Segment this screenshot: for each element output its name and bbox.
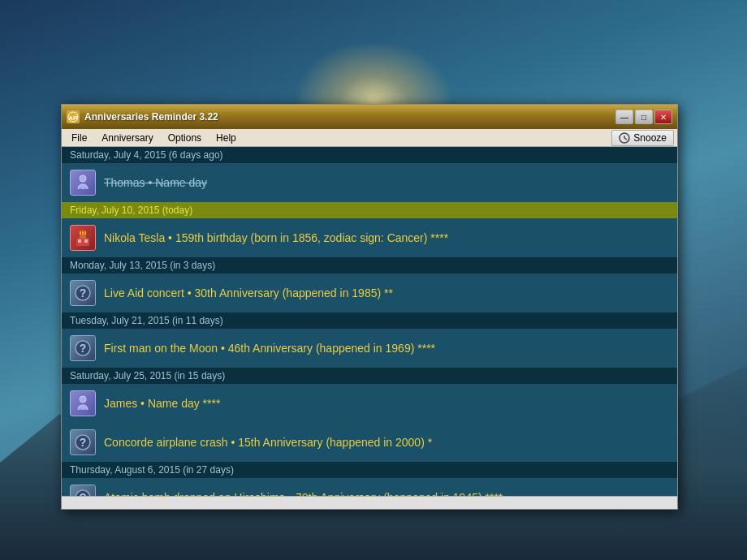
snooze-button[interactable]: Snooze	[611, 130, 674, 146]
title-bar: AR Anniversaries Reminder 3.22 — □ ✕	[62, 105, 677, 129]
event-row[interactable]: ? Concorde airplane crash • 15th Anniver…	[62, 423, 677, 462]
svg-point-20	[80, 396, 86, 403]
date-header-1: Friday, July 10, 2015 (today)	[62, 202, 677, 218]
event-row[interactable]: ? Atomic bomb dropped on Hiroshima • 70t…	[62, 478, 677, 496]
date-header-3: Tuesday, July 21, 2015 (in 11 days)	[62, 312, 677, 329]
snooze-label: Snooze	[633, 132, 667, 144]
svg-text:?: ?	[80, 436, 87, 449]
main-window: AR Anniversaries Reminder 3.22 — □ ✕ Fil…	[61, 104, 678, 510]
event-text: James • Name day ****	[104, 397, 220, 410]
event-row[interactable]: ? First man on the Moon • 46th Anniversa…	[62, 329, 677, 368]
svg-text:?: ?	[80, 286, 87, 299]
svg-point-5	[80, 175, 86, 182]
svg-rect-9	[80, 235, 86, 239]
event-row[interactable]: ? Live Aid concert • 30th Anniversary (h…	[62, 274, 677, 312]
event-text: First man on the Moon • 46th Anniversary…	[104, 342, 435, 355]
app-icon: AR	[67, 110, 80, 123]
date-header-4: Saturday, July 25, 2015 (in 15 days)	[62, 368, 677, 384]
h-scroll-track	[62, 497, 677, 509]
menu-bar: File Anniversary Options Help Snooze	[62, 129, 677, 147]
close-button[interactable]: ✕	[654, 110, 672, 124]
svg-point-13	[80, 231, 81, 233]
menu-help[interactable]: Help	[209, 131, 243, 145]
window-title: Anniversaries Reminder 3.22	[84, 111, 615, 123]
maximize-button[interactable]: □	[635, 110, 653, 124]
date-header-2: Monday, July 13, 2015 (in 3 days)	[62, 257, 677, 274]
svg-rect-8	[84, 239, 88, 243]
event-text: Thomas • Name day	[104, 176, 207, 189]
date-header-0: Saturday, July 4, 2015 (6 days ago)	[62, 147, 677, 163]
anniversary-icon: ?	[70, 429, 96, 455]
event-text: Concorde airplane crash • 15th Anniversa…	[104, 436, 432, 449]
anniversary-icon: ?	[70, 335, 96, 361]
svg-rect-7	[78, 239, 81, 243]
event-row[interactable]: Nikola Tesla • 159th birthday (born in 1…	[62, 218, 677, 257]
svg-text:?: ?	[80, 342, 87, 355]
nameday-icon	[70, 170, 96, 196]
svg-point-14	[82, 230, 84, 232]
window-controls: — □ ✕	[615, 110, 672, 124]
svg-text:AR: AR	[68, 114, 78, 122]
horizontal-scrollbar[interactable]	[62, 496, 677, 509]
nameday-icon	[70, 390, 96, 416]
anniversary-icon: ?	[70, 485, 96, 496]
birthday-icon	[70, 225, 96, 251]
snooze-icon	[619, 132, 630, 144]
events-list[interactable]: Saturday, July 4, 2015 (6 days ago) Thom…	[62, 147, 677, 496]
event-text: Nikola Tesla • 159th birthday (born in 1…	[104, 231, 448, 244]
svg-point-15	[84, 231, 86, 233]
date-header-5: Thursday, August 6, 2015 (in 27 days)	[62, 462, 677, 478]
event-text: Live Aid concert • 30th Anniversary (hap…	[104, 286, 393, 299]
event-row[interactable]: James • Name day ****	[62, 384, 677, 423]
event-row[interactable]: Thomas • Name day	[62, 163, 677, 202]
menu-file[interactable]: File	[65, 131, 93, 145]
svg-line-4	[624, 138, 627, 140]
menu-anniversary[interactable]: Anniversary	[95, 131, 159, 145]
minimize-button[interactable]: —	[615, 110, 633, 124]
anniversary-icon: ?	[70, 280, 96, 306]
menu-options[interactable]: Options	[162, 131, 208, 145]
